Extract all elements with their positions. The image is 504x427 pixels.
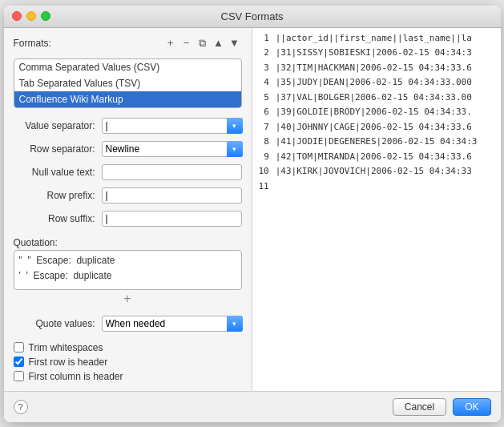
quotation-list: " " Escape: duplicate ' ' Escape: duplic… (14, 250, 242, 290)
quote-values-label: Quote values: (14, 318, 102, 329)
row-suffix-row: Row suffix: (14, 211, 242, 227)
line-number: 8 (256, 135, 272, 150)
first-column-header-row: First column is header (14, 371, 242, 382)
row-separator-dropdown[interactable]: ▾ (227, 141, 243, 157)
quote-values-input[interactable] (102, 316, 243, 332)
ok-button[interactable]: OK (453, 398, 490, 416)
line-content: |43|KIRK|JOVOVICH|2006-02-15 04:34:33 (272, 164, 481, 179)
preview-row: 2 |31|SISSY|SOBIESKI|2006-02-15 04:34:3 (256, 46, 481, 61)
quotation-section: Quotation: " " Escape: duplicate ' ' Esc… (14, 237, 242, 306)
row-suffix-label: Row suffix: (14, 213, 102, 224)
line-number: 9 (256, 150, 272, 165)
preview-row: 1 ||actor_id||first_name||last_name||la (256, 31, 481, 46)
minimize-button[interactable] (26, 11, 36, 21)
remove-format-button[interactable]: − (179, 36, 194, 50)
row-separator-input[interactable] (102, 141, 243, 157)
main-area: Formats: + − ⧉ ▲ ▼ Comma Separated Value… (4, 28, 501, 391)
quotation-item-double[interactable]: " " Escape: duplicate (19, 253, 236, 268)
window-body: Formats: + − ⧉ ▲ ▼ Comma Separated Value… (4, 28, 501, 422)
line-number: 2 (256, 46, 272, 61)
right-panel: 1 ||actor_id||first_name||last_name||la … (252, 28, 501, 391)
line-content: ||actor_id||first_name||last_name||la (272, 31, 481, 46)
copy-format-button[interactable]: ⧉ (196, 36, 210, 50)
value-separator-label: Value separator: (14, 120, 102, 131)
null-value-row: Null value text: (14, 164, 242, 180)
line-content: |37|VAL|BOLGER|2006-02-15 04:34:33.00 (272, 91, 481, 106)
line-content: |32|TIM|HACKMAN|2006-02-15 04:34:33.6 (272, 61, 481, 76)
line-content: |41|JODIE|DEGENERES|2006-02-15 04:34:3 (272, 135, 481, 150)
format-item-tsv[interactable]: Tab Separated Values (TSV) (14, 75, 241, 91)
format-item-confluence[interactable]: Confluence Wiki Markup (14, 91, 241, 107)
format-item-csv[interactable]: Comma Separated Values (CSV) (14, 59, 241, 75)
window-title: CSV Formats (220, 10, 283, 22)
formats-toolbar: + − ⧉ ▲ ▼ (163, 36, 242, 50)
trim-whitespaces-label: Trim whitespaces (29, 342, 103, 353)
cancel-button[interactable]: Cancel (393, 398, 446, 416)
preview-row: 6 |39|GOLDIE|BRODY|2006-02-15 04:34:33. (256, 105, 481, 120)
add-quotation-button[interactable]: + (120, 292, 135, 306)
line-number: 7 (256, 120, 272, 135)
close-button[interactable] (12, 11, 22, 21)
help-button[interactable]: ? (14, 400, 28, 414)
line-number: 6 (256, 105, 272, 120)
quote-values-dropdown[interactable]: ▾ (227, 316, 243, 332)
checkboxes-section: Trim whitespaces First row is header Fir… (14, 342, 242, 382)
line-number: 10 (256, 164, 272, 179)
null-value-label: Null value text: (14, 167, 102, 178)
preview-row: 7 |40|JOHNNY|CAGE|2006-02-15 04:34:33.6 (256, 120, 481, 135)
first-column-header-label: First column is header (29, 371, 123, 382)
first-row-header-label: First row is header (29, 357, 108, 368)
preview-row: 9 |42|TOM|MIRANDA|2006-02-15 04:34:33.6 (256, 150, 481, 165)
trim-whitespaces-checkbox[interactable] (14, 342, 24, 352)
row-separator-label: Row separator: (14, 143, 102, 155)
titlebar: CSV Formats (4, 6, 501, 28)
line-number: 3 (256, 61, 272, 76)
maximize-button[interactable] (41, 11, 50, 21)
quotation-label: Quotation: (14, 237, 242, 248)
value-separator-row: Value separator: ▾ (14, 118, 242, 134)
row-suffix-input[interactable] (102, 211, 242, 227)
formats-header: Formats: + − ⧉ ▲ ▼ (14, 36, 242, 50)
preview-content: 1 ||actor_id||first_name||last_name||la … (252, 28, 501, 391)
first-row-header-checkbox[interactable] (14, 357, 24, 367)
row-prefix-label: Row prefix: (14, 190, 102, 201)
left-panel: Formats: + − ⧉ ▲ ▼ Comma Separated Value… (4, 28, 252, 391)
quote-values-row: Quote values: ▾ (14, 316, 242, 332)
csv-formats-window: CSV Formats Formats: + − ⧉ ▲ ▼ (4, 6, 501, 422)
line-content: |39|GOLDIE|BRODY|2006-02-15 04:34:33. (272, 105, 481, 120)
preview-row: 11 (256, 179, 481, 195)
preview-row: 10 |43|KIRK|JOVOVICH|2006-02-15 04:34:33 (256, 164, 481, 179)
row-separator-row: Row separator: ▾ (14, 141, 242, 157)
null-value-input[interactable] (102, 164, 242, 180)
quotation-item-single[interactable]: ' ' Escape: duplicate (19, 268, 236, 284)
formats-list: Comma Separated Values (CSV) Tab Separat… (14, 58, 242, 108)
add-format-button[interactable]: + (163, 36, 178, 50)
bottom-bar: ? Cancel OK (4, 391, 501, 422)
preview-row: 3 |32|TIM|HACKMAN|2006-02-15 04:34:33.6 (256, 61, 481, 76)
first-column-header-checkbox[interactable] (14, 371, 24, 381)
action-buttons: Cancel OK (393, 398, 491, 416)
line-content: |42|TOM|MIRANDA|2006-02-15 04:34:33.6 (272, 150, 481, 165)
line-number: 11 (256, 179, 272, 195)
row-prefix-row: Row prefix: (14, 187, 242, 203)
preview-table: 1 ||actor_id||first_name||last_name||la … (256, 31, 481, 195)
row-prefix-input[interactable] (102, 187, 242, 203)
preview-row: 4 |35|JUDY|DEAN|2006-02-15 04:34:33.000 (256, 75, 481, 91)
row-separator-wrapper: ▾ (102, 141, 243, 157)
preview-row: 5 |37|VAL|BOLGER|2006-02-15 04:34:33.00 (256, 91, 481, 106)
value-separator-dropdown[interactable]: ▾ (227, 118, 243, 134)
line-number: 5 (256, 91, 272, 106)
move-up-button[interactable]: ▲ (212, 36, 226, 50)
quote-values-wrapper: ▾ (102, 316, 243, 332)
line-content: |35|JUDY|DEAN|2006-02-15 04:34:33.000 (272, 75, 481, 91)
move-down-button[interactable]: ▼ (228, 36, 242, 50)
quotation-add-area: + (14, 292, 242, 306)
trim-whitespaces-row: Trim whitespaces (14, 342, 242, 353)
first-row-header-row: First row is header (14, 357, 242, 368)
value-separator-input[interactable] (102, 118, 243, 134)
traffic-lights (12, 11, 50, 21)
line-content: |31|SISSY|SOBIESKI|2006-02-15 04:34:3 (272, 46, 481, 61)
line-content (272, 179, 481, 195)
formats-label: Formats: (14, 38, 51, 49)
value-separator-wrapper: ▾ (102, 118, 243, 134)
